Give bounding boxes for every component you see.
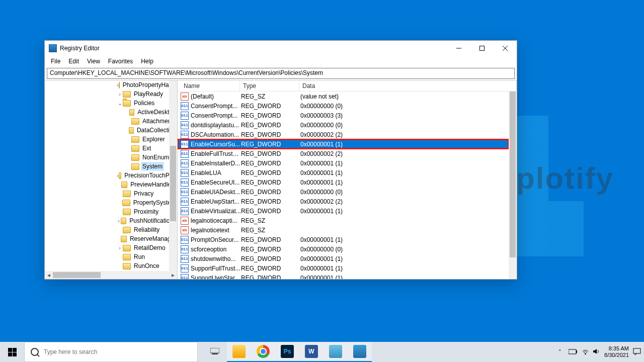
folder-icon [123,245,131,251]
taskbar-app-photoshop[interactable]: Ps [275,342,299,362]
task-view-button[interactable] [203,342,227,362]
address-bar[interactable]: Computer\HKEY_LOCAL_MACHINE\SOFTWARE\Mic… [47,68,515,79]
tree-node[interactable]: Ext [45,144,177,153]
tree-node[interactable]: ›PushNotifications [45,216,177,225]
value-row[interactable]: 011EnableInstallerD...REG_DWORD0x0000000… [178,158,509,168]
value-row[interactable]: 011dontdisplaylastu...REG_DWORD0x0000000… [178,120,509,130]
expand-icon[interactable]: › [117,91,123,97]
tree-node[interactable]: PreviewHandlers [45,180,177,189]
taskbar-app-regedit[interactable] [348,342,372,362]
value-data: 0x00000002 (2) [300,131,509,138]
tree-node[interactable]: Reliability [45,225,177,234]
value-name: EnableVirtualizat... [191,208,241,215]
tree-vscrollbar[interactable] [169,80,177,271]
wifi-icon[interactable] [582,348,589,355]
tree-node[interactable]: ›PrecisionTouchPad [45,171,177,180]
col-data[interactable]: Data [299,80,517,91]
value-row[interactable]: ablegalnoticecapti...REG_SZ [178,216,509,225]
list-vscrollbar[interactable] [509,92,517,279]
taskbar-app-chrome[interactable] [251,342,275,362]
expand-icon[interactable]: ⌄ [117,100,123,107]
tree-node[interactable]: RunOnce [45,261,177,270]
taskbar-app-word[interactable]: W [299,342,324,362]
menu-help[interactable]: Help [137,57,157,66]
value-row[interactable]: 011SupportFullTrust...REG_DWORD0x0000000… [178,263,509,273]
value-row[interactable]: 011EnableVirtualizat...REG_DWORD0x000000… [178,206,509,216]
tree-node[interactable]: System [45,162,177,171]
menu-favorites[interactable]: Favorites [104,57,137,66]
value-row[interactable]: 011EnableCursorSu...REG_DWORD0x00000001 … [178,139,509,149]
tree-node[interactable]: Proximity [45,207,177,216]
value-data: 0x00000000 (0) [300,122,509,129]
tree-node[interactable]: ›PlayReady [45,89,177,99]
tree-node[interactable]: ActiveDesktop [45,108,177,117]
value-name: ConsentPrompt... [191,103,241,110]
value-list[interactable]: Name Type Data ab(Default)REG_SZ(value n… [178,80,517,279]
taskbar-app-explorer[interactable] [227,342,251,362]
notifications-icon[interactable] [633,348,641,356]
value-type: REG_DWORD [241,103,300,110]
menu-edit[interactable]: Edit [64,57,83,66]
dword-value-icon: 011 [181,245,189,253]
titlebar[interactable]: Registry Editor [45,41,517,56]
menu-file[interactable]: File [47,57,64,66]
tray-overflow-icon[interactable]: ˄ [558,349,565,355]
expand-icon[interactable]: › [117,218,121,224]
folder-icon [232,345,246,358]
taskbar[interactable]: Type here to search Ps W ˄ 8:35 AM 8/30/… [0,342,644,362]
tree-node[interactable]: Privacy [45,189,177,198]
value-type: REG_DWORD [241,131,300,138]
list-header[interactable]: Name Type Data [178,80,517,92]
tree-label: Run [133,253,146,260]
value-row[interactable]: ablegalnoticetextREG_SZ [178,225,509,235]
col-name[interactable]: Name [181,80,240,91]
tree-node[interactable]: ›RetailDemo [45,243,177,252]
start-button[interactable] [0,342,24,362]
tree-node[interactable]: ›PhotoPropertyHandle [45,80,177,89]
value-row[interactable]: 011EnableFullTrustS...REG_DWORD0x0000000… [178,149,509,158]
value-row[interactable]: ab(Default)REG_SZ(value not set) [178,92,509,101]
dword-value-icon: 011 [181,102,189,110]
value-name: shutdownwitho... [191,255,241,262]
menu-view[interactable]: View [83,57,104,66]
minimize-button[interactable] [447,41,470,56]
tree-node[interactable]: PropertySystem [45,198,177,207]
col-type[interactable]: Type [240,80,299,91]
value-data: 0x00000000 (0) [300,189,509,196]
tree-node[interactable]: NonEnum [45,153,177,162]
expand-icon[interactable]: › [117,245,123,251]
tree-node[interactable]: Attachments [45,117,177,126]
svg-rect-1 [480,46,485,51]
clock[interactable]: 8:35 AM 8/30/2021 [604,345,629,358]
taskbar-app-photos[interactable] [324,342,348,362]
tree-view[interactable]: ›PhotoPropertyHandle›PlayReady⌄PoliciesA… [45,80,178,279]
value-row[interactable]: 011ConsentPrompt...REG_DWORD0x00000003 (… [178,111,509,120]
value-row[interactable]: 011SupportUwpStar...REG_DWORD0x00000001 … [178,273,509,279]
value-row[interactable]: 011EnableLUAREG_DWORD0x00000001 (1) [178,168,509,177]
tree-node[interactable]: ReserveManager [45,234,177,243]
tree-node[interactable]: DataCollection [45,126,177,135]
value-data: 0x00000001 (1) [300,265,509,272]
chrome-icon [257,345,270,358]
value-row[interactable]: 011EnableSecureUI...REG_DWORD0x00000001 … [178,177,509,187]
value-row[interactable]: 011PromptOnSecur...REG_DWORD0x00000001 (… [178,235,509,244]
value-row[interactable]: 011ConsentPrompt...REG_DWORD0x00000000 (… [178,101,509,111]
close-button[interactable] [494,41,517,56]
tree-node[interactable]: Run [45,252,177,261]
tree-node[interactable]: ⌄Policies [45,99,177,108]
dword-value-icon: 011 [181,236,189,244]
tree-node[interactable]: Explorer [45,135,177,144]
value-row[interactable]: 011EnableUwpStart...REG_DWORD0x00000002 … [178,197,509,206]
maximize-button[interactable] [470,41,494,56]
value-row[interactable]: 011shutdownwitho...REG_DWORD0x00000001 (… [178,254,509,263]
volume-icon[interactable] [593,348,600,355]
tree-label: Proximity [133,208,159,215]
value-row[interactable]: 011EnableUIADeskt...REG_DWORD0x00000000 … [178,187,509,197]
value-row[interactable]: 011scforceoptionREG_DWORD0x00000000 (0) [178,244,509,254]
system-tray[interactable]: ˄ 8:35 AM 8/30/2021 [558,342,641,362]
wallpaper-accent [548,201,584,256]
search-box[interactable]: Type here to search [24,342,198,362]
battery-icon[interactable] [569,349,578,355]
tree-hscrollbar[interactable]: ◂▸ [45,271,177,279]
value-row[interactable]: 011DSCAutomation...REG_DWORD0x00000002 (… [178,130,509,139]
